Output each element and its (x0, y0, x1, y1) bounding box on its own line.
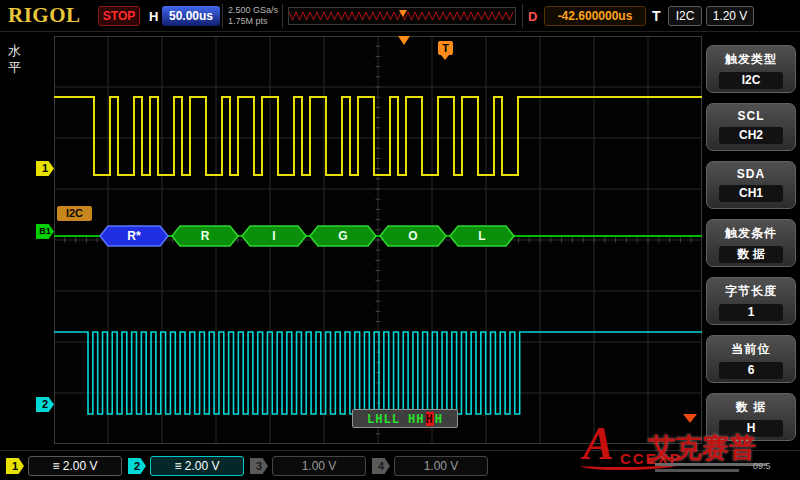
trigger-pattern-readout: LHLL HHHH (352, 409, 458, 428)
decode-frame-label: O (408, 229, 417, 243)
menu-label: SCL (707, 109, 795, 123)
channel2-status[interactable]: 2 ≡ 2.00 V (128, 456, 246, 476)
pattern-prefix: LHLL HH (367, 412, 425, 426)
accexp-watermark: A CCEXP 艾克赛普 09:5 (575, 420, 800, 480)
watermark-fine-print (655, 463, 767, 466)
trigger-menu-panel: 触发类型 I2C SCL CH2 SDA CH1 触发条件 数 据 字节长度 1… (704, 32, 800, 450)
channel2-badge: 2 (128, 458, 146, 474)
menu-value: CH2 (719, 127, 783, 144)
menu-value: I2C (719, 72, 783, 89)
menu-label: 触发类型 (707, 51, 795, 68)
bus1-marker[interactable]: B1 (36, 224, 54, 239)
top-status-bar: RIGOL STOP H 50.00us 2.500 GSa/s 1.75M p… (0, 0, 800, 32)
decode-frame-label: G (338, 229, 347, 243)
horizontal-panel-label: 水平 (7, 42, 22, 76)
menu-value: 6 (719, 362, 783, 379)
menu-label: SDA (707, 167, 795, 181)
decode-frame-label: R (201, 229, 210, 243)
channel3-badge: 3 (250, 458, 268, 474)
memory-depth: 1.75M pts (228, 16, 278, 27)
trigger-type-readout: I2C (668, 6, 702, 26)
scale-value: 1.00 V (302, 459, 337, 473)
run-state-badge: STOP (98, 6, 140, 26)
menu-item-byte-length[interactable]: 字节长度 1 (706, 277, 796, 325)
horizontal-key-label: H (149, 9, 158, 24)
decode-frame-label: I (272, 229, 275, 243)
timebase-readout: 50.00us (162, 6, 220, 26)
menu-label: 数 据 (707, 399, 795, 416)
rigol-logo: RIGOL (8, 3, 81, 28)
scale-value: 2.00 V (63, 459, 98, 473)
coupling-icon: ≡ (174, 459, 181, 473)
decode-frame-label: R* (127, 229, 141, 243)
channel1-scale[interactable]: ≡ 2.00 V (28, 456, 122, 476)
menu-item-sda[interactable]: SDA CH1 (706, 161, 796, 209)
watermark-letter: A (583, 420, 614, 468)
menu-value: 数 据 (719, 246, 783, 263)
divider (522, 4, 523, 28)
pattern-suffix: H (435, 412, 443, 426)
trigger-flag-icon[interactable]: T (438, 41, 453, 55)
ch2-ground-marker[interactable]: 2 (36, 397, 54, 412)
trigger-key-label: T (652, 8, 661, 24)
menu-value: CH1 (719, 185, 783, 202)
channel3-scale[interactable]: 1.00 V (272, 456, 366, 476)
scale-value: 2.00 V (185, 459, 220, 473)
coupling-icon: ≡ (52, 459, 59, 473)
delay-key-label: D (528, 9, 537, 24)
trigger-flag-pointer-icon (441, 55, 449, 60)
channel3-status[interactable]: 3 1.00 V (250, 456, 368, 476)
watermark-corner-text: 09:5 (753, 461, 771, 471)
channel2-scale[interactable]: ≡ 2.00 V (150, 456, 244, 476)
bus-decode-tag: I2C (57, 206, 92, 221)
channel4-scale[interactable]: 1.00 V (394, 456, 488, 476)
menu-item-trigger-condition[interactable]: 触发条件 数 据 (706, 219, 796, 267)
menu-value: 1 (719, 304, 783, 321)
channel4-badge: 4 (372, 458, 390, 474)
pattern-cursor: H (426, 412, 434, 426)
channel4-status[interactable]: 4 1.00 V (372, 456, 490, 476)
channel1-status[interactable]: 1 ≡ 2.00 V (6, 456, 124, 476)
horizontal-position-strip[interactable] (288, 7, 516, 25)
menu-item-scl[interactable]: SCL CH2 (706, 103, 796, 151)
trigger-level-readout: 1.20 V (706, 6, 754, 26)
ch1-ground-marker[interactable]: 1 (36, 161, 54, 176)
divider (222, 4, 223, 28)
sample-rate: 2.500 GSa/s (228, 5, 278, 16)
menu-item-trigger-type[interactable]: 触发类型 I2C (706, 45, 796, 93)
menu-label: 触发条件 (707, 225, 795, 242)
acquisition-readout: 2.500 GSa/s 1.75M pts (228, 5, 278, 27)
decode-frame-label: L (478, 229, 485, 243)
trigger-position-icon[interactable] (398, 36, 410, 45)
channel1-badge: 1 (6, 458, 24, 474)
watermark-fine-print (655, 469, 739, 472)
graticule: R*RIGOL (54, 36, 702, 444)
waveform-display: R*RIGOL I2C T LHLL HHHH (54, 36, 702, 444)
divider (282, 4, 283, 28)
watermark-brand-cn: 艾克赛普 (648, 430, 756, 466)
menu-label: 当前位 (707, 341, 795, 358)
menu-label: 字节长度 (707, 283, 795, 300)
scale-value: 1.00 V (424, 459, 459, 473)
hpos-preview (289, 8, 515, 24)
delay-time-readout: -42.600000us (544, 6, 646, 26)
menu-item-current-bit[interactable]: 当前位 6 (706, 335, 796, 383)
